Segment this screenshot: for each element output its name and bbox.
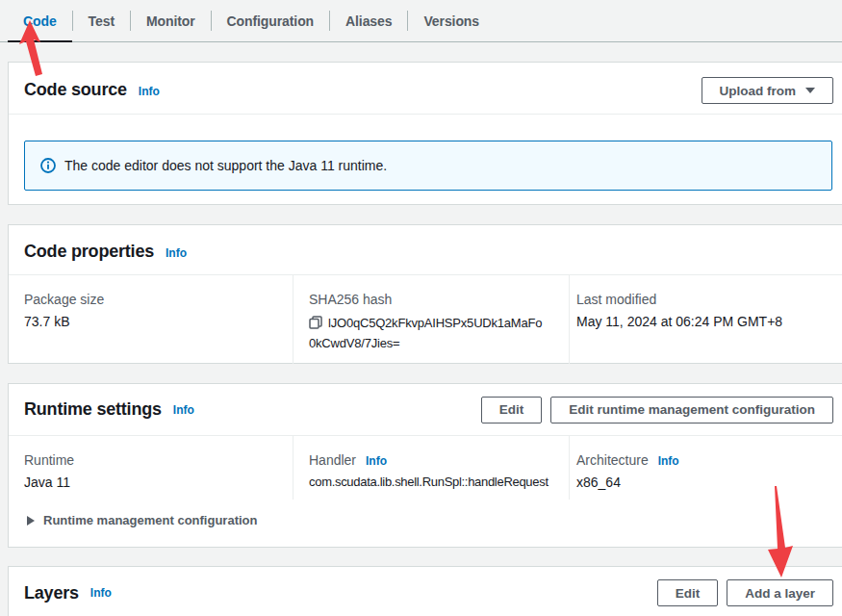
copy-icon[interactable] [309,316,322,334]
runtime-settings-header: Runtime settings Info Edit Edit runtime … [9,384,842,436]
architecture-field: Architecture Info x86_64 [569,436,842,500]
package-size-value: 73.7 kB [24,314,277,329]
code-properties-info-link[interactable]: Info [166,246,187,260]
runtime-management-configuration-expander[interactable]: Runtime management configuration [27,513,842,527]
edit-layers-button[interactable]: Edit [657,579,719,606]
last-modified-label: Last modified [576,292,828,307]
architecture-info-link[interactable]: Info [658,454,679,468]
handler-label: Handler [309,452,356,468]
runtime-management-configuration-label: Runtime management configuration [43,513,257,527]
package-size-label: Package size [24,292,277,307]
tab-monitor[interactable]: Monitor [131,0,211,41]
tab-test-label: Test [89,13,115,29]
handler-info-link[interactable]: Info [366,454,387,468]
upload-from-label: Upload from [720,84,797,98]
sha256-value: lJO0qC5Q2kFkvpAIHSPx5UDk1aMaFo0kCwdV8/7J… [309,314,553,352]
tab-code[interactable]: Code [8,0,72,41]
layers-info-link[interactable]: Info [90,586,112,600]
chevron-down-icon [805,88,815,93]
upload-from-button[interactable]: Upload from [702,77,834,104]
layers-card: Layers Info Edit Add a layer [8,566,842,616]
tab-monitor-label: Monitor [146,13,195,29]
tab-configuration[interactable]: Configuration [212,0,329,41]
runtime-value: Java 11 [24,475,277,490]
runtime-field: Runtime Java 11 [9,436,293,500]
code-source-card: Code source Info Upload from The code ed… [8,62,842,205]
tab-bar: Code Test Monitor Configuration Aliases … [0,0,842,42]
tab-aliases[interactable]: Aliases [330,0,407,41]
architecture-value: x86_64 [576,475,828,490]
last-modified-field: Last modified May 11, 2024 at 06:24 PM G… [569,275,842,364]
tab-test[interactable]: Test [73,0,130,41]
sha256-field: SHA256 hash lJO0qC5Q2kFkvpAIHSPx5UDk1aMa… [293,275,569,364]
sha256-hash-text: lJO0qC5Q2kFkvpAIHSPx5UDk1aMaFo0kCwdV8/7J… [309,316,542,350]
layers-title: Layers [24,583,79,603]
handler-value: com.scudata.lib.shell.RunSpl::handleRequ… [309,475,553,489]
expand-triangle-icon [27,516,35,526]
code-source-title: Code source [24,80,127,100]
runtime-settings-columns: Runtime Java 11 Handler Info com.scudata… [9,436,842,500]
handler-field: Handler Info com.scudata.lib.shell.RunSp… [293,436,569,500]
info-alert: The code editor does not support the Jav… [24,141,832,191]
layers-header: Layers Info Edit Add a layer [9,567,842,616]
last-modified-value: May 11, 2024 at 06:24 PM GMT+8 [576,314,828,329]
tab-versions-label: Versions [423,13,479,29]
code-properties-columns: Package size 73.7 kB SHA256 hash lJO0qC5… [9,275,842,364]
alert-text: The code editor does not support the Jav… [64,158,387,173]
add-a-layer-button[interactable]: Add a layer [727,579,833,606]
sha256-label: SHA256 hash [309,292,553,307]
architecture-label: Architecture [576,452,649,468]
edit-runtime-management-button[interactable]: Edit runtime management configuration [550,397,833,424]
edit-runtime-button[interactable]: Edit [481,397,543,424]
code-properties-header: Code properties Info [9,225,842,275]
code-source-info-link[interactable]: Info [139,85,160,98]
tab-versions[interactable]: Versions [408,0,495,41]
package-size-field: Package size 73.7 kB [9,275,293,364]
tab-configuration-label: Configuration [227,13,314,29]
runtime-settings-title: Runtime settings [24,399,162,420]
runtime-settings-info-link[interactable]: Info [173,403,194,417]
active-tab-indicator [8,40,72,42]
runtime-label: Runtime [24,452,277,468]
code-properties-card: Code properties Info Package size 73.7 k… [8,224,842,364]
info-circle-icon [40,158,56,173]
runtime-settings-card: Runtime settings Info Edit Edit runtime … [8,383,842,548]
tab-aliases-label: Aliases [345,13,392,29]
tab-code-label: Code [23,13,57,29]
code-properties-title: Code properties [24,242,154,262]
